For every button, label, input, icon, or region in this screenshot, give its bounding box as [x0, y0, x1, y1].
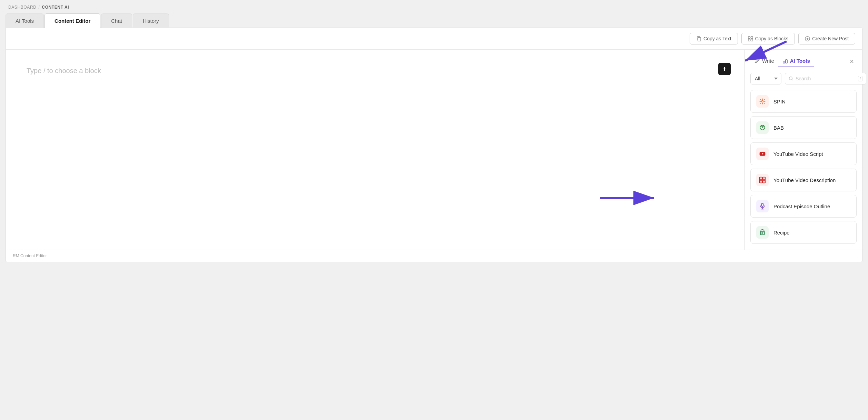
ai-tools-icon [782, 58, 788, 64]
tool-item-spin[interactable]: SPIN [750, 90, 857, 113]
svg-rect-18 [763, 177, 766, 180]
main-content-area: Copy as Text Copy as Blocks Create New P… [6, 28, 862, 262]
write-icon [754, 58, 760, 64]
svg-rect-5 [748, 39, 750, 41]
copy-as-text-button[interactable]: Copy as Text [690, 33, 738, 44]
tab-ai-tools[interactable]: AI Tools [6, 13, 44, 28]
right-panel: Write AI Tools × All SEO Social Vide [745, 50, 862, 250]
svg-rect-9 [786, 60, 787, 63]
search-shortcut: / [858, 76, 862, 81]
svg-point-14 [763, 126, 764, 127]
copy-as-blocks-button[interactable]: Copy as Blocks [741, 33, 795, 44]
blocks-icon [748, 36, 753, 41]
podcast-label: Podcast Episode Outline [773, 203, 830, 209]
breadcrumb-separator: / [38, 5, 40, 10]
plus-icon [721, 66, 728, 72]
svg-point-11 [762, 101, 763, 102]
tool-item-podcast[interactable]: Podcast Episode Outline [750, 195, 857, 218]
youtube-desc-icon [756, 174, 769, 186]
copy-icon [696, 36, 701, 41]
recipe-icon [756, 226, 769, 239]
youtube-script-label: YouTube Video Script [773, 151, 823, 157]
tab-chat[interactable]: Chat [101, 13, 132, 28]
plus-circle-icon [805, 36, 810, 41]
svg-rect-8 [783, 61, 785, 63]
footer-label: RM Content Editor [13, 253, 47, 258]
breadcrumb-current: CONTENT AI [42, 5, 69, 10]
spin-icon [756, 95, 769, 108]
filter-select[interactable]: All SEO Social Video Podcast [750, 73, 781, 84]
panel-tab-write[interactable]: Write [750, 55, 778, 67]
create-new-post-button[interactable]: Create New Post [798, 33, 855, 44]
svg-rect-22 [760, 231, 765, 235]
svg-rect-21 [762, 203, 763, 207]
panel-tab-ai-tools[interactable]: AI Tools [778, 55, 814, 67]
youtube-script-tool-icon [759, 150, 766, 157]
search-input[interactable] [796, 76, 856, 81]
add-block-button[interactable] [718, 63, 731, 75]
youtube-script-icon [756, 148, 769, 160]
breadcrumb-dashboard: DASHBOARD [8, 5, 36, 10]
svg-rect-20 [763, 180, 766, 183]
tool-item-recipe[interactable]: Recipe [750, 221, 857, 244]
podcast-icon [756, 200, 769, 212]
svg-rect-3 [748, 36, 750, 38]
panel-tabs: Write AI Tools × [750, 55, 857, 67]
tabs-bar: AI Tools Content Editor Chat History [0, 13, 868, 28]
editor-toolbar: Copy as Text Copy as Blocks Create New P… [6, 28, 862, 50]
tool-item-youtube-script[interactable]: YouTube Video Script [750, 142, 857, 165]
youtube-desc-label: YouTube Video Description [773, 177, 836, 183]
breadcrumb: DASHBOARD / CONTENT AI [0, 0, 868, 13]
bab-label: BAB [773, 125, 784, 131]
podcast-tool-icon [759, 203, 766, 210]
search-icon [789, 76, 793, 81]
spin-tool-icon [759, 98, 766, 105]
svg-rect-17 [760, 177, 762, 180]
tab-history[interactable]: History [133, 13, 169, 28]
tool-item-youtube-description[interactable]: YouTube Video Description [750, 169, 857, 191]
split-layout: Type / to choose a block Write [6, 50, 862, 250]
tool-item-bab[interactable]: BAB [750, 116, 857, 139]
editor-footer: RM Content Editor [6, 250, 862, 262]
panel-close-button[interactable]: × [847, 57, 857, 66]
filter-row: All SEO Social Video Podcast / [750, 73, 857, 84]
svg-rect-19 [760, 180, 762, 183]
youtube-desc-tool-icon [759, 177, 766, 183]
search-box: / [785, 73, 866, 84]
editor-pane[interactable]: Type / to choose a block [6, 50, 745, 250]
svg-point-13 [761, 126, 762, 127]
editor-placeholder: Type / to choose a block [27, 67, 101, 75]
svg-rect-6 [751, 39, 753, 41]
recipe-label: Recipe [773, 230, 790, 236]
recipe-tool-icon [759, 229, 766, 236]
bab-tool-icon [759, 124, 766, 131]
spin-label: SPIN [773, 99, 786, 104]
bab-icon [756, 121, 769, 134]
tool-list: SPIN BAB [750, 90, 857, 244]
tab-content-editor[interactable]: Content Editor [45, 13, 100, 28]
svg-rect-4 [751, 36, 753, 38]
svg-rect-2 [698, 37, 701, 41]
